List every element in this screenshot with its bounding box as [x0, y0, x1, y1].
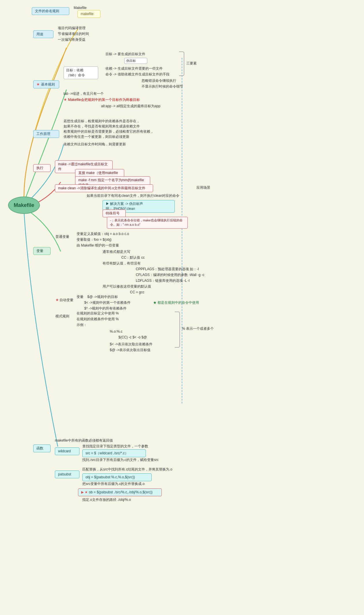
wp-line-4: 依赖文件比目标文件时间晚，则需要更新: [64, 142, 126, 147]
auto-var-usage: ★ 都是在规则中的命令中使用: [153, 300, 199, 305]
wp-line-3: 依赖中有任意一个被更新，则目标必须更新: [64, 134, 129, 139]
pattern-in-target: 在规则的目标定义中使用 %: [77, 311, 119, 316]
naming-makefile-label: Makefile: [74, 5, 87, 10]
app-label: 应用场景: [196, 185, 210, 190]
special-sym: 特殊符号: [103, 210, 126, 217]
elem-3: 命令 -> 借助依赖文件生成目标文件的手段: [105, 72, 170, 77]
functions-title: 函数: [33, 444, 51, 452]
auto-var-label: ★自动变量: [55, 297, 73, 303]
usage-title: 用途: [33, 30, 53, 38]
user-modify: 用户可以修改这些变量的默认值: [103, 284, 151, 289]
wildcard-result: 找到./src目录下所有后缀为.c的文件，赋给变量src: [82, 457, 159, 462]
patsubst-desc: 匹配替换，从src中找到所有.c结尾的文件，并将其替换为.o: [82, 467, 172, 472]
basic-rules-title: ★ 基本规则: [33, 80, 59, 88]
percent-brace: [175, 312, 180, 348]
wp-line-1: 如果不存在，寻找是否有规则用来生成该依赖文件: [64, 124, 140, 129]
wildcard-desc: 查找指定目录下指定类型的文件，一个参数: [82, 444, 148, 449]
pattern-in-dep: 在规则的依赖条件中使用 %: [77, 316, 119, 322]
pattern-example-label: 示例：: [77, 322, 87, 327]
percent-o-c: %.o:%.c: [110, 329, 122, 334]
central-label: Makefile: [14, 202, 34, 208]
patsubst-example: obj = $(patsubst %.c,%.o,$(src)): [82, 473, 152, 481]
percent-note: % 表示一个或者多个: [182, 326, 214, 331]
three-elements-brace: [179, 51, 184, 76]
minus-note: -：表示此条命令出错，make也会继续执行后续的命令。如："-rm a.o b.…: [107, 217, 188, 229]
func-return-note: makefile中所有的函数必须都有返回值: [55, 438, 113, 443]
mindmap-container: Makefile 文件的命名规则 Makefile makefile 用途 项目…: [0, 0, 364, 615]
naming-detail: makefile: [77, 10, 101, 18]
execution-title: 执行: [33, 164, 51, 172]
dollar-at: 变量 $@ ->规则中的目标: [77, 294, 118, 299]
dollar-at-note: $@ ->表示依次取出目标值: [110, 347, 151, 353]
cc-default: CC：默认值 cc: [121, 255, 145, 260]
cflags: CFLAGS：编译的时候使用的参数 -Wall -g -c: [136, 272, 205, 277]
first-target-note: ★ Makefile会把规则中的第一个目标作为终极目标: [64, 97, 140, 103]
all-app-note: all:app -> all指定生成的最终目标为app: [101, 103, 160, 109]
dollar-lt: $< ->规则中的第一个依赖条件: [77, 300, 131, 305]
naming-title: 文件的命名规则: [32, 7, 69, 15]
cc-line: $(CC) -c $< -o $@: [118, 335, 147, 340]
exec-make-clean: make clean ->清除编译生成的中间.o文件和最终目标文件: [55, 184, 153, 192]
variables-title: 变量: [33, 247, 51, 255]
patsubst-result: 把src变量中所有后缀为.c的文件替换成.o: [82, 481, 144, 486]
note-hide-detail: 不显示执行时候的命令细节: [142, 84, 183, 89]
patsubst-label: patsubst: [55, 470, 79, 478]
central-node: Makefile: [8, 197, 40, 214]
three-elements-label: 三要素: [186, 61, 197, 66]
elem-2: 依赖 -> 生成目标文件需要的一些文件: [105, 66, 163, 71]
clean-note: 如果当前目录下有同名clean文件，则不执行clean对应的命令: [87, 193, 185, 198]
working-principle-title: 工作原理: [33, 130, 59, 138]
tab-note: tab ->缩进，有且只有一个: [64, 91, 104, 96]
wildcard-example: src = $（wildcard ./src/*.c）: [82, 449, 146, 457]
format-note: 通常格式都是大写: [103, 249, 130, 254]
patsubst-full-example: ▶ ★ ob = $(patsubst ./src/%.c,./obj/%.o,…: [78, 488, 162, 496]
usage-item-2: 一次编写终身受益: [58, 37, 86, 42]
usage-item-1: 节省编译项目的时间: [58, 31, 89, 36]
dollar-caret: $^ ->规则中的所有依赖条件: [77, 306, 127, 311]
elem-0: 目标 -> 要生成的目标文件: [105, 51, 145, 57]
var-maintain: 由 Makefile 维护的一些变量: [77, 243, 119, 248]
note-ignore-error: 忽略错误命令继续执行: [142, 78, 176, 83]
wp-line-2: 检查规则中的目标是否需要更新，必须检查它的所有依赖，: [64, 129, 154, 134]
pattern-rule-label: 模式规则: [55, 314, 69, 319]
var-get: 变量取值：foo = $(obj): [77, 237, 112, 242]
patsubst-dir-note: 指定.o文件存放的路径 ./obj/%.o: [82, 497, 131, 502]
basic-rules-star: ★: [36, 82, 40, 87]
cc-gcc: CC = gcc: [130, 290, 144, 295]
usage-item-0: 项目代码编译管理: [58, 25, 86, 31]
fake-target-box: 伪目标: [124, 58, 147, 64]
wildcard-label: wildcard: [55, 447, 79, 455]
ordinary-var-label: 普通变量: [55, 234, 69, 239]
wp-line-0: 若想生成目标，检查规则中的依赖条件是否存在，: [64, 118, 140, 124]
target-dep-box: 目标：依赖（tab）命令: [64, 66, 98, 79]
connector-svg: [0, 0, 364, 615]
dollar-lt-note: $< ->表示依次取出依赖条件: [110, 342, 153, 347]
var-define: 变量定义及赋值：obj = a.o b.o c.o: [77, 231, 129, 236]
ldflags: LDFLAGS：链接库使用的选项 -L -l: [136, 278, 190, 283]
cppflags: CPPFLAGS：预处理器需要的选项 如：-I: [136, 266, 199, 272]
some-default: 有些有默认值，有些没有: [103, 261, 141, 266]
